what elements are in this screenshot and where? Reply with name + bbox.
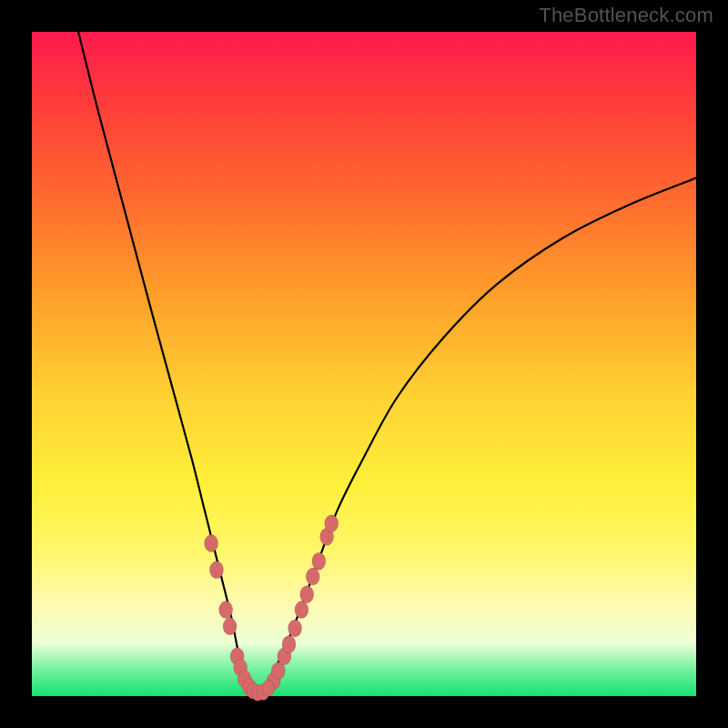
watermark-label: TheBottleneck.com bbox=[539, 4, 713, 27]
left-dot-cluster bbox=[205, 535, 257, 696]
data-dot bbox=[288, 620, 302, 637]
data-dot bbox=[205, 535, 218, 552]
data-dot bbox=[312, 552, 326, 570]
chart-svg bbox=[32, 32, 696, 696]
data-dot bbox=[223, 618, 237, 635]
plot-area bbox=[32, 32, 696, 696]
data-dot bbox=[300, 586, 314, 603]
data-dot bbox=[325, 515, 339, 532]
data-dot bbox=[295, 602, 308, 619]
right-dot-cluster bbox=[267, 515, 339, 690]
data-dot bbox=[209, 561, 223, 579]
data-dot bbox=[306, 568, 319, 585]
data-dot bbox=[282, 636, 296, 653]
data-dot bbox=[219, 602, 233, 619]
chart-frame: TheBottleneck.com bbox=[0, 0, 728, 728]
data-dot bbox=[262, 680, 275, 696]
bottleneck-curve bbox=[78, 32, 696, 693]
bottom-dot-cluster bbox=[247, 680, 275, 701]
